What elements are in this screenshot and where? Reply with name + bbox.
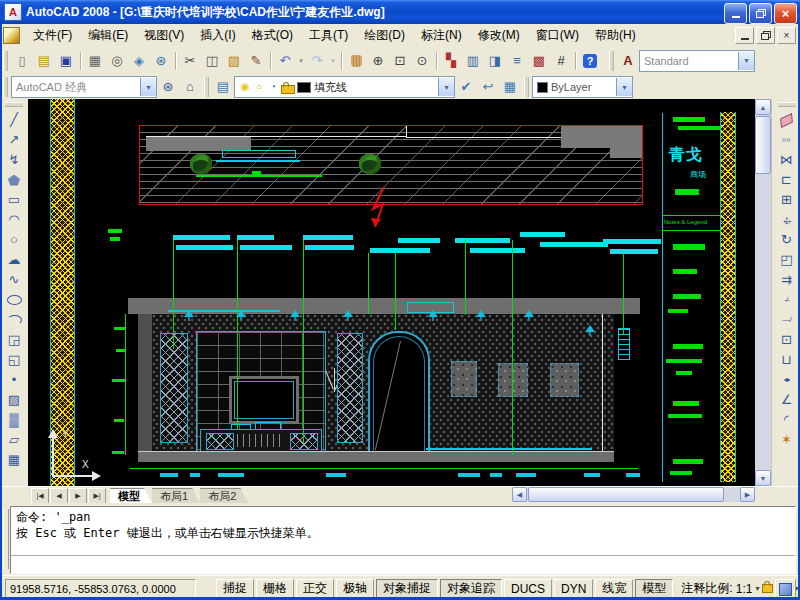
chevron-down-icon[interactable]: ▾	[616, 78, 632, 96]
toolbar-button[interactable]: ⊞	[776, 190, 798, 210]
menu-item[interactable]: 帮助(H)	[587, 24, 644, 47]
status-toggle[interactable]: DYN	[554, 579, 593, 599]
toolbar-button[interactable]: ↗	[3, 130, 25, 150]
toolbar-button[interactable]: ◂▸	[776, 370, 798, 390]
toolbar-grip[interactable]	[5, 102, 23, 107]
toolbar-button[interactable]	[776, 110, 798, 130]
toolbar-button[interactable]: ▯	[11, 50, 33, 72]
toolbar-button[interactable]: ⊏	[776, 170, 798, 190]
toolbar-button[interactable]: ▣	[55, 50, 77, 72]
menu-item[interactable]: 工具(T)	[301, 24, 356, 47]
toolbar-button[interactable]: ◠	[3, 210, 25, 230]
toolbar-button[interactable]: ▨	[3, 390, 25, 410]
toolbar-button[interactable]: ◰	[776, 250, 798, 270]
toolbar-button[interactable]: ⊡	[389, 50, 411, 72]
toolbar-button[interactable]: ◈	[128, 50, 150, 72]
layout-tab[interactable]: 模型	[110, 488, 152, 504]
scrollbar-thumb[interactable]	[528, 487, 724, 502]
vertical-scrollbar[interactable]: ▲ ▼	[755, 99, 771, 486]
toolbar-button[interactable]: ▾	[328, 50, 338, 72]
toolbar-button[interactable]: ⊕	[367, 50, 389, 72]
toolbar-button[interactable]: ↷	[306, 50, 328, 72]
color-combo[interactable]: ByLayer ▾	[532, 76, 633, 98]
toolbar-grip[interactable]	[778, 102, 796, 107]
status-toggle[interactable]: 对象追踪	[440, 579, 502, 599]
toolbar-button[interactable]: ▭	[3, 190, 25, 210]
layout-tab[interactable]: 布局1	[152, 488, 200, 504]
toolbar-grip[interactable]	[3, 77, 8, 97]
toolbar-button[interactable]: ◫	[201, 50, 223, 72]
toolbar-button[interactable]: ∿	[3, 270, 25, 290]
doc-restore-button[interactable]	[756, 27, 775, 44]
toolbar-button[interactable]: ○	[3, 230, 25, 250]
toolbar-button[interactable]: ▥	[462, 50, 484, 72]
toolbar-button[interactable]	[3, 170, 25, 190]
toolbar-button[interactable]: ◎	[106, 50, 128, 72]
toolbar-button[interactable]: ▦	[3, 450, 25, 470]
horizontal-scrollbar[interactable]: ◀ ▶	[512, 487, 755, 502]
toolbar-button[interactable]	[338, 50, 345, 72]
toolbar-button[interactable]: ◲	[3, 330, 25, 350]
toolbar-button[interactable]: ⇉	[776, 270, 798, 290]
close-button[interactable]: ×	[774, 3, 797, 24]
scroll-right-button[interactable]: ▶	[740, 487, 755, 502]
menu-item[interactable]: 修改(M)	[470, 24, 528, 47]
toolbar-button[interactable]: ⋈	[776, 150, 798, 170]
toolbar-button[interactable]: ✂	[179, 50, 201, 72]
menu-item[interactable]: 文件(F)	[25, 24, 80, 47]
chevron-down-icon[interactable]: ▾	[140, 78, 156, 96]
toolbar-button[interactable]: ▦	[499, 76, 521, 98]
toolbar-button[interactable]: ✔	[455, 76, 477, 98]
toolbar-button[interactable]: ☁	[3, 250, 25, 270]
menu-item[interactable]: 视图(V)	[136, 24, 192, 47]
toolbar-button[interactable]: ↩	[477, 76, 499, 98]
toolbar-button[interactable]: ▧	[223, 50, 245, 72]
chevron-down-icon[interactable]: ▾	[738, 52, 754, 70]
toolbar-button[interactable]: ▓	[3, 410, 25, 430]
toolbar-button[interactable]: ⊙	[411, 50, 433, 72]
toolbar-button[interactable]: ✎	[245, 50, 267, 72]
tab-nav-button[interactable]: ▶|	[88, 488, 106, 504]
status-toggle[interactable]: 栅格	[256, 579, 294, 599]
workspace-combo[interactable]: AutoCAD 经典 ▾	[11, 76, 157, 98]
toolbar-button[interactable]	[433, 50, 440, 72]
layout-tab[interactable]: 布局2	[200, 488, 248, 504]
toolbar-grip[interactable]	[524, 77, 529, 97]
doc-minimize-button[interactable]	[735, 27, 754, 44]
status-toggle[interactable]: 对象捕捉	[376, 579, 438, 599]
toolbar-button[interactable]	[776, 210, 798, 230]
command-window-grip[interactable]	[3, 509, 9, 569]
toolbar-button[interactable]: ▩	[528, 50, 550, 72]
scrollbar-thumb[interactable]	[755, 116, 771, 174]
toolbar-button[interactable]: #	[550, 50, 572, 72]
toolbar-button[interactable]: ∠	[776, 390, 798, 410]
annotation-lock-icon[interactable]	[762, 584, 773, 593]
scroll-left-button[interactable]: ◀	[512, 487, 527, 502]
toolbar-button[interactable]: ⊔	[776, 350, 798, 370]
toolbar-button[interactable]	[77, 50, 84, 72]
toolbar-button[interactable]: ◜	[776, 410, 798, 430]
toolbar-button[interactable]	[3, 290, 25, 310]
status-toggle[interactable]: 模型	[635, 579, 673, 599]
toolbar-button[interactable]: ⊡	[776, 330, 798, 350]
command-input-line[interactable]	[11, 557, 795, 573]
status-toggle[interactable]: 捕捉	[216, 579, 254, 599]
menu-item[interactable]: 标注(N)	[413, 24, 470, 47]
toolbar-button[interactable]	[345, 50, 367, 72]
text-style-combo[interactable]: Standard ▾	[639, 50, 755, 72]
toolbar-button[interactable]: ?	[579, 50, 601, 72]
annotation-scale-value[interactable]: 1:1	[736, 582, 753, 596]
layer-combo[interactable]: ◉○◔ 填充线 ▾	[234, 76, 455, 98]
status-toggle[interactable]: 线宽	[595, 579, 633, 599]
doc-close-button[interactable]: ×	[777, 27, 796, 44]
toolbar-button[interactable]: ▱	[3, 430, 25, 450]
toolbar-button[interactable]: ◦◦	[776, 130, 798, 150]
toolbar-button[interactable]: ◱	[3, 350, 25, 370]
toolbar-grip[interactable]	[204, 77, 209, 97]
minimize-button[interactable]	[724, 3, 747, 24]
toolbar-button[interactable]: -/-	[776, 290, 798, 310]
toolbar-button[interactable]: ⊛	[157, 76, 179, 98]
toolbar-grip[interactable]	[609, 51, 614, 71]
drawing-canvas[interactable]: 青戈 商场 Notes & Legend Y X	[28, 99, 755, 486]
menu-item[interactable]: 绘图(D)	[356, 24, 413, 47]
